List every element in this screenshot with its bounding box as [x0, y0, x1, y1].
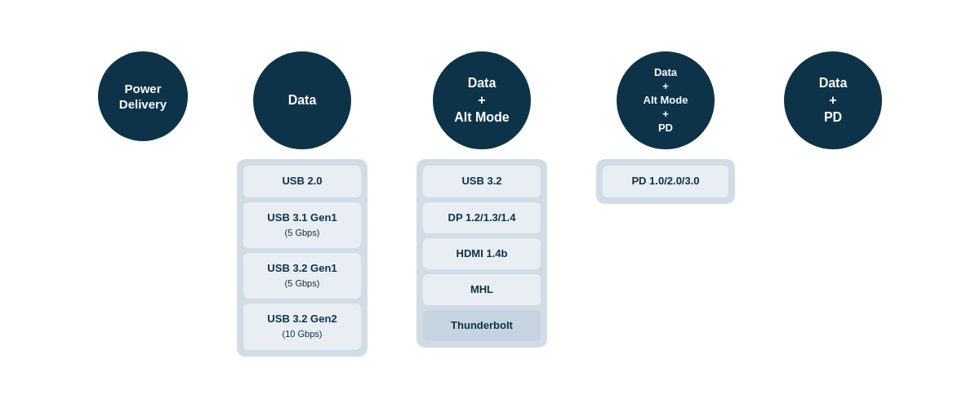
list-item: HDMI 1.4b [423, 238, 541, 269]
circle-data: Data [253, 51, 351, 149]
item-sub: (10 Gbps) [283, 329, 323, 339]
item-label: DP 1.2/1.3/1.4 [448, 211, 516, 224]
item-label: Thunderbolt [451, 319, 513, 331]
item-label: HDMI 1.4b [457, 247, 508, 259]
item-sub: (5 Gbps) [285, 228, 320, 237]
list-item: USB 3.2 Gen1 (5 Gbps) [243, 253, 361, 299]
item-label: MHL [470, 283, 493, 295]
circle-power-delivery: PowerDelivery [98, 51, 188, 141]
item-label: USB 3.2 Gen1 [267, 262, 336, 274]
circle-data-pd: Data+PD [784, 51, 882, 149]
column-data-pd: Data+PD [784, 51, 882, 159]
data-items: USB 2.0 USB 3.1 Gen1 (5 Gbps) USB 3.2 Ge… [237, 159, 368, 356]
data-alt-mode-items: USB 3.2 DP 1.2/1.3/1.4 HDMI 1.4b MHL Thu… [416, 159, 547, 348]
list-item: PD 1.0/2.0/3.0 [603, 166, 728, 197]
diagram-container: PowerDelivery Data USB 2.0 USB 3.1 Gen1 … [0, 35, 980, 372]
circle-data-alt-mode: Data+Alt Mode [433, 51, 531, 149]
list-item: USB 3.2 Gen2 (10 Gbps) [243, 304, 361, 349]
circle-data-alt-pd: Data+Alt Mode+PD [617, 51, 715, 149]
list-item: MHL [423, 274, 541, 305]
column-power-delivery: PowerDelivery [98, 51, 188, 151]
item-sub: (5 Gbps) [285, 278, 320, 288]
list-item: Thunderbolt [423, 310, 541, 341]
item-label: USB 3.2 [461, 175, 501, 187]
column-data: Data USB 2.0 USB 3.1 Gen1 (5 Gbps) USB 3… [237, 51, 368, 356]
data-alt-pd-items: PD 1.0/2.0/3.0 [596, 159, 735, 203]
list-item: USB 3.2 [423, 166, 541, 197]
column-data-alt-pd: Data+Alt Mode+PD PD 1.0/2.0/3.0 [596, 51, 735, 203]
column-data-alt-mode: Data+Alt Mode USB 3.2 DP 1.2/1.3/1.4 HDM… [416, 51, 547, 348]
item-label: USB 3.2 Gen2 [267, 313, 336, 325]
item-label: USB 3.1 Gen1 [267, 211, 336, 224]
item-label: USB 2.0 [282, 175, 322, 187]
list-item: USB 3.1 Gen1 (5 Gbps) [243, 202, 361, 248]
list-item: DP 1.2/1.3/1.4 [423, 202, 541, 233]
list-item: USB 2.0 [243, 166, 361, 197]
item-label: PD 1.0/2.0/3.0 [631, 175, 699, 187]
